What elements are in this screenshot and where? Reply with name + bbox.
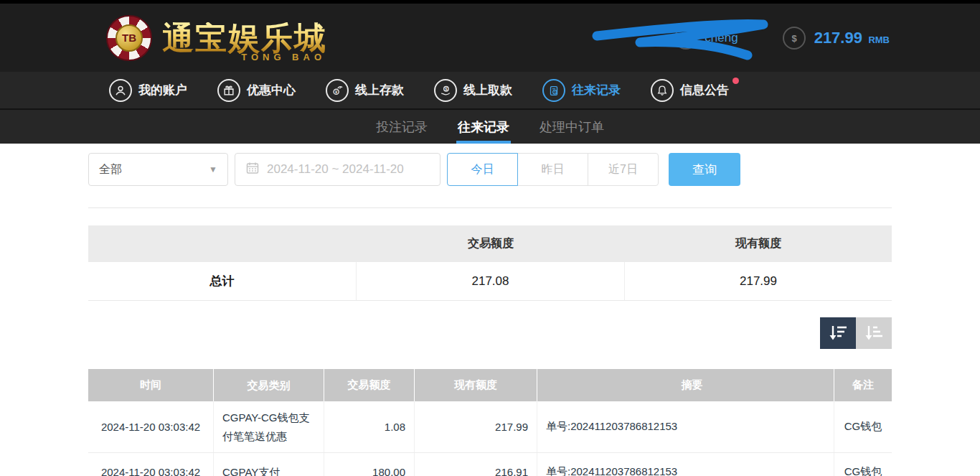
username: cheng [705,31,738,45]
nav-transaction-records[interactable]: 往来记录 [542,79,621,102]
sort-ascending-button[interactable] [856,317,892,349]
svg-text:$: $ [791,32,797,43]
content: 全部 ▼ 2024-11-20 ~ 2024-11-20 今日 昨日 近7日 [88,153,892,476]
summary-header-trade: 交易额度 [357,225,625,262]
cell-type: CGPAY-CG钱包支付笔笔送优惠 [214,401,324,452]
cell-note: CG钱包 [834,453,892,476]
logo-title: 通宝娱乐城 [162,22,327,54]
quick-range-group: 今日 昨日 近7日 [447,153,659,186]
tab-betting-records[interactable]: 投注记录 [374,110,429,144]
table-header-row: 时间 交易类别 交易额度 现有额度 摘要 备注 [88,369,892,401]
col-current-amount: 现有额度 [415,369,537,401]
range-last7days-button[interactable]: 近7日 [588,153,659,186]
date-range-value: 2024-11-20 ~ 2024-11-20 [267,162,404,177]
summary-current-amount: 217.99 [625,262,892,300]
nav-withdraw[interactable]: $ 线上取款 [434,79,512,102]
nav-my-account[interactable]: 我的账户 [109,79,187,102]
summary-header-row: 交易额度 现有额度 [88,225,892,262]
cell-summary: 单号:202411203786812153 [537,453,834,476]
filter-row: 全部 ▼ 2024-11-20 ~ 2024-11-20 今日 昨日 近7日 [88,153,892,186]
cell-trade-amount: 180.00 [324,453,415,476]
tab-pending-orders[interactable]: 处理中订单 [538,110,606,144]
summary-header-empty [88,225,357,262]
balance: $ 217.99 RMB [783,27,890,50]
search-button[interactable]: 查询 [669,153,740,186]
range-today-button[interactable]: 今日 [447,153,518,186]
cell-summary: 单号:202411203786812153 [537,401,834,452]
cell-current-amount: 216.91 [415,453,537,476]
dollar-icon: $ [783,27,806,50]
tab-transaction-records[interactable]: 往来记录 [456,110,511,144]
date-range-input[interactable]: 2024-11-20 ~ 2024-11-20 [235,153,440,186]
table-row: 2024-11-20 03:03:42 CGPAY-CG钱包支付笔笔送优惠 1.… [88,401,892,453]
cell-note: CG钱包 [834,401,892,452]
table-row: 2024-11-20 03:03:42 CGPAY支付 180.00 216.9… [88,453,892,476]
col-trade-amount: 交易额度 [324,369,415,401]
logo-subtitle: TONG BAO [241,52,326,62]
summary-table: 交易额度 现有额度 总计 217.08 217.99 [88,225,892,301]
casino-chip-icon: TB [106,15,152,61]
site-header: TB 通宝娱乐城 TONG BAO cheng $ 217.99 [0,4,980,72]
summary-total-row: 总计 217.08 217.99 [88,262,892,301]
sort-controls [88,317,892,349]
main-nav: 我的账户 优惠中心 ¥ 线上存款 $ [0,72,980,108]
col-note: 备注 [834,369,892,401]
category-select-value: 全部 [99,162,122,177]
calendar-icon [245,161,260,178]
balance-currency: RMB [868,34,890,45]
header-right: cheng $ 217.99 RMB [674,4,890,72]
summary-total-label: 总计 [88,262,357,300]
col-time: 时间 [88,369,214,401]
account-icon [109,79,132,102]
sort-descending-button[interactable] [820,317,856,349]
section-divider [88,207,892,208]
chevron-down-icon: ▼ [209,164,217,174]
nav-promotions[interactable]: 优惠中心 [217,79,296,102]
user-avatar-icon [674,27,697,50]
nav-deposit[interactable]: ¥ 线上存款 [326,79,404,102]
site-logo[interactable]: TB 通宝娱乐城 TONG BAO [106,15,327,61]
col-summary: 摘要 [537,369,834,401]
deposit-icon: ¥ [326,79,349,102]
sub-tabs: 投注记录 往来记录 处理中订单 [0,108,980,144]
nav-announcements[interactable]: 信息公告 [651,79,729,102]
cell-time: 2024-11-20 03:03:42 [88,453,214,476]
user-account[interactable]: cheng [674,27,738,50]
cell-time: 2024-11-20 03:03:42 [88,401,214,452]
chip-monogram: TB [116,24,143,52]
withdraw-icon: $ [434,79,457,102]
records-table: 时间 交易类别 交易额度 现有额度 摘要 备注 2024-11-20 03:03… [88,369,892,476]
category-select[interactable]: 全部 ▼ [88,153,228,186]
records-icon [542,79,565,102]
cell-current-amount: 217.99 [415,401,537,452]
col-type: 交易类别 [214,369,324,401]
cell-type: CGPAY支付 [214,453,324,476]
balance-amount: 217.99 [814,29,862,47]
bell-icon [651,79,674,102]
gift-icon [217,79,240,102]
notification-dot [732,78,739,84]
range-yesterday-button[interactable]: 昨日 [517,153,588,186]
logo-text: 通宝娱乐城 TONG BAO [162,22,327,54]
summary-header-current: 现有额度 [625,225,892,262]
summary-trade-amount: 217.08 [357,262,625,300]
cell-trade-amount: 1.08 [324,401,415,452]
